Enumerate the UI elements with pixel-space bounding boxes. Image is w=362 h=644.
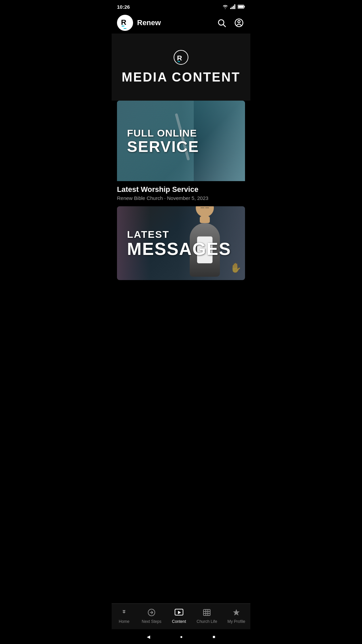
service-card[interactable]: FULL ONLINE SERVICE Latest Worship Servi… [117, 101, 245, 201]
banner-logo-icon: R [176, 53, 186, 62]
wifi-icon [222, 4, 228, 9]
svg-rect-2 [233, 6, 234, 9]
hand-gesture: ✋ [230, 262, 242, 273]
service-card-image: FULL ONLINE SERVICE [117, 101, 245, 181]
status-bar: 10:26 [112, 0, 250, 12]
profile-icon [234, 18, 244, 28]
messages-card[interactable]: — — ✋ LATEST MESSAGES [117, 206, 245, 280]
header-brand: R Renew [117, 15, 161, 31]
battery-icon [238, 5, 245, 9]
app-header: R Renew [112, 12, 250, 34]
svg-rect-6 [238, 6, 244, 8]
signal-icon [230, 4, 236, 9]
service-card-info: Latest Worship Service Renew Bible Churc… [117, 181, 245, 201]
app-name: Renew [137, 18, 161, 27]
search-icon [217, 18, 226, 28]
messages-overlay-text: LATEST MESSAGES [127, 229, 231, 258]
messages-line2: MESSAGES [127, 240, 231, 258]
status-time: 10:26 [117, 4, 130, 10]
media-banner: R MEDIA CONTENT [112, 34, 250, 101]
service-card-title: Latest Worship Service [117, 185, 245, 194]
svg-text:R: R [177, 54, 182, 62]
svg-point-12 [238, 20, 240, 23]
content-section: FULL ONLINE SERVICE Latest Worship Servi… [112, 101, 250, 285]
svg-rect-1 [232, 7, 233, 9]
logo-letter: R [120, 17, 130, 29]
svg-rect-5 [244, 6, 245, 7]
service-line2: SERVICE [127, 139, 199, 154]
svg-line-10 [223, 24, 225, 26]
media-content-title: MEDIA CONTENT [122, 70, 240, 85]
profile-button[interactable] [233, 17, 245, 29]
service-line1: FULL ONLINE [127, 127, 199, 139]
svg-rect-0 [230, 8, 231, 9]
header-actions [216, 17, 245, 29]
messages-line1: LATEST [127, 229, 231, 240]
status-icons [222, 4, 245, 9]
search-button[interactable] [216, 17, 228, 29]
app-logo[interactable]: R [117, 15, 133, 31]
svg-text:R: R [121, 18, 126, 26]
service-card-subtitle: Renew Bible Church · November 5, 2023 [117, 195, 245, 201]
svg-rect-3 [234, 4, 235, 9]
service-overlay-text: FULL ONLINE SERVICE [127, 127, 199, 154]
banner-logo: R [174, 50, 188, 65]
